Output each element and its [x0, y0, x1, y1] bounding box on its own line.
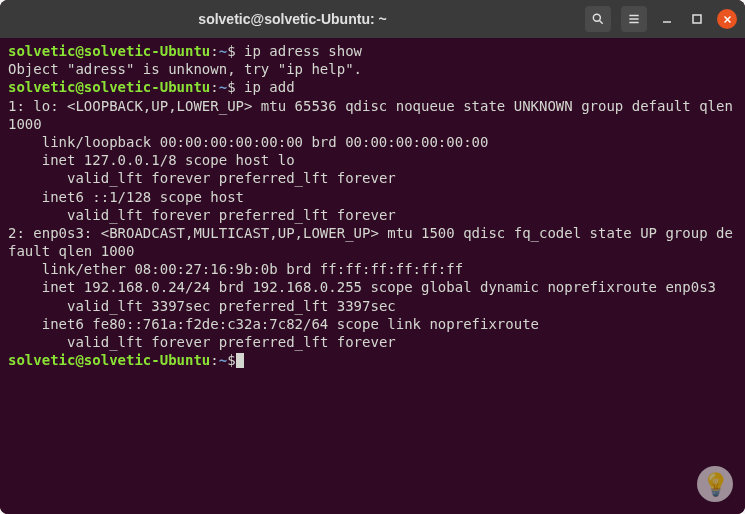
prompt-path: ~	[219, 43, 227, 59]
hamburger-icon	[627, 12, 641, 26]
minimize-button[interactable]	[657, 9, 677, 29]
close-icon	[723, 15, 732, 24]
titlebar: solvetic@solvetic-Ubuntu: ~	[0, 0, 745, 38]
prompt-colon: :	[210, 43, 218, 59]
prompt-path: ~	[219, 352, 227, 368]
output-line: 2: enp0s3: <BROADCAST,MULTICAST,UP,LOWER…	[8, 225, 733, 259]
output-line: inet6 fe80::761a:f2de:c32a:7c82/64 scope…	[8, 316, 547, 332]
svg-rect-6	[693, 15, 701, 23]
command-1: ip adress show	[236, 43, 362, 59]
maximize-icon	[691, 13, 703, 25]
output-line: valid_lft forever preferred_lft forever	[8, 207, 396, 223]
prompt-dollar: $	[227, 352, 235, 368]
svg-point-0	[593, 14, 600, 21]
menu-button[interactable]	[621, 6, 647, 32]
prompt-colon: :	[210, 79, 218, 95]
output-line: valid_lft 3397sec preferred_lft 3397sec	[8, 298, 396, 314]
command-2: ip add	[236, 79, 295, 95]
cursor	[236, 353, 244, 368]
minimize-icon	[661, 13, 673, 25]
output-line: link/ether 08:00:27:16:9b:0b brd ff:ff:f…	[8, 261, 463, 277]
svg-line-1	[599, 20, 602, 23]
prompt-user-host: solvetic@solvetic-Ubuntu	[8, 352, 210, 368]
output-line: 1: lo: <LOOPBACK,UP,LOWER_UP> mtu 65536 …	[8, 98, 741, 132]
prompt-user-host: solvetic@solvetic-Ubuntu	[8, 43, 210, 59]
prompt-dollar: $	[227, 79, 235, 95]
output-line: link/loopback 00:00:00:00:00:00 brd 00:0…	[8, 134, 488, 150]
prompt-colon: :	[210, 352, 218, 368]
maximize-button[interactable]	[687, 9, 707, 29]
terminal-window: solvetic@solvetic-Ubuntu: ~ solvetic@sol…	[0, 0, 745, 514]
output-line: inet 192.168.0.24/24 brd 192.168.0.255 s…	[8, 279, 716, 295]
output-line: valid_lft forever preferred_lft forever	[8, 334, 396, 350]
titlebar-controls	[585, 6, 737, 32]
window-title: solvetic@solvetic-Ubuntu: ~	[198, 11, 386, 27]
search-button[interactable]	[585, 6, 611, 32]
close-button[interactable]	[717, 9, 737, 29]
terminal-body[interactable]: solvetic@solvetic-Ubuntu:~$ ip adress sh…	[0, 38, 745, 514]
output-line: Object "adress" is unknown, try "ip help…	[8, 61, 362, 77]
output-line: inet6 ::1/128 scope host	[8, 189, 252, 205]
output-line: valid_lft forever preferred_lft forever	[8, 170, 396, 186]
prompt-dollar: $	[227, 43, 235, 59]
prompt-user-host: solvetic@solvetic-Ubuntu	[8, 79, 210, 95]
search-icon	[591, 12, 605, 26]
prompt-path: ~	[219, 79, 227, 95]
watermark-icon: 💡	[697, 466, 733, 502]
output-line: inet 127.0.0.1/8 scope host lo	[8, 152, 295, 168]
